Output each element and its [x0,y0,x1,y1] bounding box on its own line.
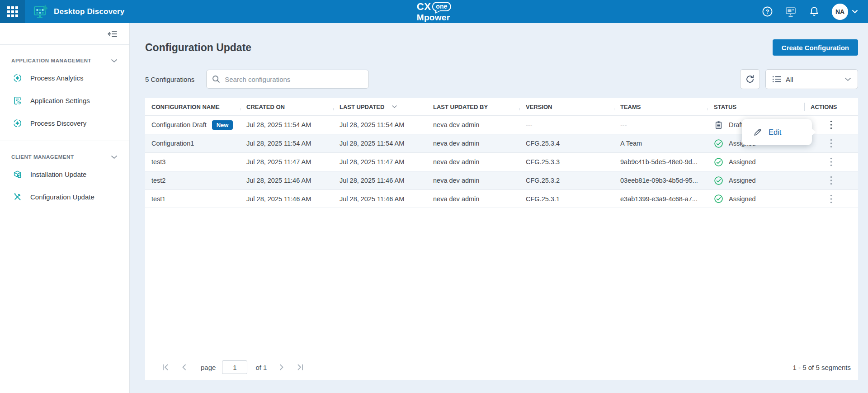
sidebar-item-label: Process Analytics [30,74,84,82]
refresh-button[interactable] [740,69,760,89]
configuration-name: Configuration Draft [151,121,207,128]
assigned-status-icon [714,157,723,167]
teams: 03eeb81e-09b3-4b5d-95... [614,177,708,184]
status-label: Assigned [729,177,756,184]
configurations-count: 5 Configurations [145,76,194,83]
created-on: Jul 28, 2025 11:54 AM [240,140,333,147]
app-launcher-button[interactable] [0,0,25,23]
version: --- [519,121,614,128]
version: CFG.25.3.4 [519,140,614,147]
next-page-icon[interactable] [273,364,290,370]
chevron-down-icon [111,155,118,159]
configuration-name: test2 [151,177,165,184]
last-updated: Jul 28, 2025 11:46 AM [333,177,427,184]
last-updated: Jul 28, 2025 11:46 AM [333,195,427,203]
help-icon[interactable]: ? [761,6,773,18]
first-page-icon[interactable] [156,364,175,370]
pagination-bar: page of 1 1 - 5 of 5 segments [145,355,858,380]
table-row[interactable]: test3 Jul 28, 2025 11:47 AM Jul 28, 2025… [145,152,858,171]
installation-update-icon [13,170,22,179]
list-icon [772,75,781,83]
search-configurations [206,70,369,89]
sidebar-item-application-settings[interactable]: Application Settings [0,89,129,112]
top-bar: Desktop Discovery CX one Mpower ? NA [0,0,868,23]
status-label: Assigned [729,158,756,166]
column-header-status[interactable]: STATUS [708,104,804,110]
edit-pencil-icon [753,128,762,137]
row-actions-kebab-icon[interactable] [826,193,836,205]
version: CFG.25.3.2 [519,177,614,184]
assigned-status-icon [714,176,723,185]
edit-context-menu[interactable]: Edit [742,119,812,145]
sidebar-item-process-analytics[interactable]: Process Analytics [0,66,129,89]
configuration-name: Configuration1 [151,140,194,147]
teams: A Team [614,140,708,147]
application-settings-icon [13,96,22,105]
section-label: CLIENT MANAGEMENT [11,154,74,160]
svg-text:?: ? [765,8,769,15]
main-content: Configuration Update Create Configuratio… [130,23,868,393]
sidebar-item-label: Installation Update [30,170,86,178]
presentation-icon[interactable] [785,6,797,18]
refresh-icon [745,74,755,84]
last-updated-by: neva dev admin [427,121,519,128]
filter-selected-value: All [786,76,793,83]
status-label: Assigned [729,195,756,203]
previous-page-icon[interactable] [175,364,193,370]
last-page-icon[interactable] [290,364,310,370]
sidebar: APPLICATION MANAGEMENT Process Analytics… [0,23,130,393]
app-brand: Desktop Discovery [33,5,124,19]
user-avatar[interactable]: NA [832,4,848,20]
user-menu-chevron-icon [852,9,858,14]
cxone-mpower-logo: CX one Mpower [417,2,451,22]
app-title: Desktop Discovery [54,7,124,16]
section-label: APPLICATION MANAGEMENT [11,58,91,63]
configurations-table: CONFIGURATION NAME CREATED ON LAST UPDAT… [145,98,858,380]
row-actions-kebab-icon[interactable] [826,156,836,168]
page-label: page [201,364,216,371]
sidebar-item-process-discovery[interactable]: Process Discovery [0,112,129,134]
sidebar-section-application-management[interactable]: APPLICATION MANAGEMENT [0,55,129,66]
configuration-update-icon [13,192,22,202]
sidebar-item-configuration-update[interactable]: Configuration Update [0,185,129,208]
search-input[interactable] [206,70,369,89]
create-configuration-button[interactable]: Create Configuration [773,39,858,56]
last-updated: Jul 28, 2025 11:54 AM [333,140,427,147]
configuration-name: test1 [151,195,165,203]
last-updated-by: neva dev admin [427,177,519,184]
last-updated: Jul 28, 2025 11:47 AM [333,158,427,166]
configuration-name: test3 [151,158,165,166]
row-actions-kebab-icon[interactable] [826,174,836,187]
desktop-discovery-app-icon [33,5,48,19]
column-header-configuration-name[interactable]: CONFIGURATION NAME [145,104,240,110]
created-on: Jul 28, 2025 11:47 AM [240,158,333,166]
table-row[interactable]: test1 Jul 28, 2025 11:46 AM Jul 28, 2025… [145,189,858,208]
column-header-last-updated-by[interactable]: LAST UPDATED BY [427,104,519,110]
column-header-actions: ACTIONS [804,98,858,115]
column-header-label: LAST UPDATED [340,104,384,110]
sidebar-section-client-management[interactable]: CLIENT MANAGEMENT [0,151,129,163]
version: CFG.25.3.3 [519,158,614,166]
created-on: Jul 28, 2025 11:46 AM [240,195,333,203]
created-on: Jul 28, 2025 11:46 AM [240,177,333,184]
notifications-bell-icon[interactable] [808,6,820,18]
sidebar-collapse-icon[interactable] [108,29,118,38]
page-number-input[interactable] [222,360,247,374]
column-header-last-updated[interactable]: LAST UPDATED [333,104,427,110]
column-header-created-on[interactable]: CREATED ON [240,104,333,110]
user-menu[interactable]: NA [832,4,858,20]
logo-mpower-text: Mpower [417,13,451,22]
table-row[interactable]: test2 Jul 28, 2025 11:46 AM Jul 28, 2025… [145,171,858,189]
search-icon [212,75,221,84]
row-actions-kebab-icon[interactable] [826,137,836,150]
sidebar-item-label: Application Settings [30,97,90,104]
waffle-grid-icon [7,6,18,17]
process-discovery-icon [13,118,22,128]
column-header-version[interactable]: VERSION [519,104,614,110]
column-header-teams[interactable]: TEAMS [614,104,708,110]
sidebar-item-installation-update[interactable]: Installation Update [0,163,129,185]
filter-dropdown[interactable]: All [765,69,858,89]
teams: e3ab1399-e3a9-4c68-a7... [614,195,708,203]
row-actions-kebab-icon[interactable] [826,118,836,131]
edit-menu-item[interactable]: Edit [769,128,781,137]
